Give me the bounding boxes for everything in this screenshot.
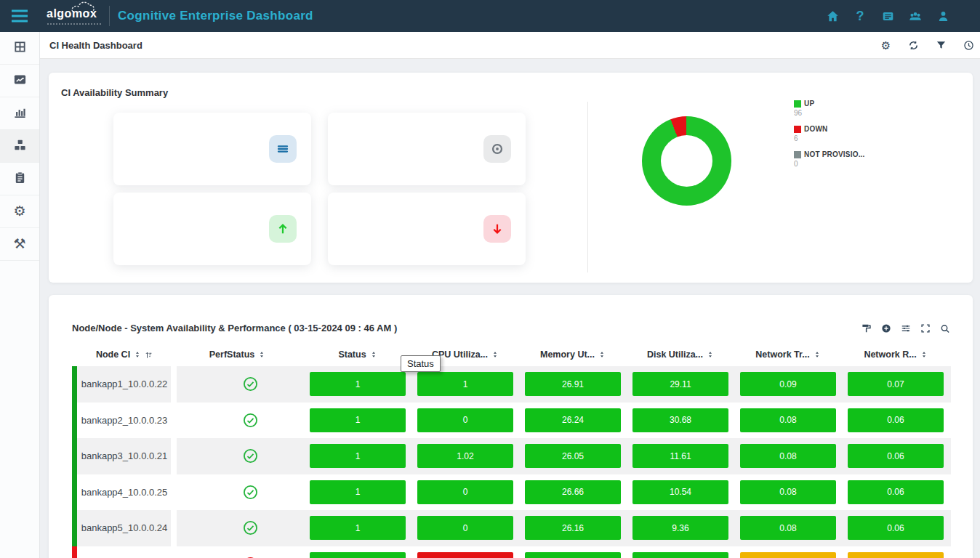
format-icon[interactable] (861, 323, 872, 333)
sort-amount-icon[interactable] (145, 351, 153, 359)
node-name: bankapp3_10.0.0.21 (81, 450, 168, 461)
table-row[interactable]: bankapp1_10.0.0.221126.9129.110.090.07 (72, 366, 951, 403)
row-status-bar (72, 403, 77, 439)
sitemap-icon (13, 138, 27, 155)
sidebar-item-3[interactable] (0, 97, 39, 130)
sort-icon[interactable] (707, 351, 714, 358)
sort-icon[interactable] (134, 351, 141, 358)
help-icon[interactable]: ? (854, 9, 867, 23)
table-row[interactable]: bankapp3_10.0.0.2111.0226.0511.610.080.0… (72, 438, 951, 474)
search-icon[interactable] (940, 323, 950, 333)
metric-cell: 1 (310, 408, 406, 432)
home-icon[interactable] (826, 9, 839, 23)
metric-cell (310, 552, 406, 558)
metric-cell (525, 552, 621, 558)
row-status-bar (72, 438, 77, 474)
arrow-down-icon[interactable] (483, 215, 511, 243)
sort-icon[interactable] (491, 351, 499, 358)
sidebar-item-1[interactable] (0, 32, 39, 65)
legend-count: 6 (794, 134, 865, 142)
metric-cell: 1 (310, 516, 406, 540)
table-row[interactable]: bankapp4_10.0.0.251026.6610.540.080.06 (72, 474, 951, 511)
column-label: Network Tr... (755, 349, 809, 360)
column-header-network-r[interactable]: Network R... (848, 349, 955, 360)
row-metrics: 1126.9129.110.090.07 (177, 366, 951, 403)
table-row[interactable] (72, 546, 951, 558)
chart-legend: UP 96 DOWN 6 NOT PROVISIO... 0 (794, 100, 865, 176)
table-body: bankapp1_10.0.0.221126.9129.110.090.07 b… (72, 366, 951, 558)
sidebar-item-4[interactable] (0, 130, 39, 163)
users-icon[interactable] (909, 9, 922, 23)
sidebar-item-6[interactable]: ⚙ (0, 195, 39, 228)
add-circle-icon[interactable] (881, 323, 891, 333)
metric-cell: 1 (417, 372, 513, 396)
column-gutter (171, 366, 177, 403)
hamburger-icon[interactable] (11, 9, 28, 25)
legend-swatch (794, 100, 801, 108)
navbar-actions: ? (826, 0, 949, 32)
legend-item-not-provisioned[interactable]: NOT PROVISIO... 0 (794, 150, 865, 168)
column-gutter (171, 438, 177, 474)
stat-card-not-provisioned[interactable] (328, 113, 526, 185)
stat-card-inactive[interactable] (328, 193, 526, 265)
column-headers: PerfStatus Status CPU Utiliza... Memory … (177, 349, 951, 360)
column-gutter (171, 510, 177, 546)
metric-cell: 9.36 (632, 516, 728, 540)
metric-cell: 30.68 (632, 408, 728, 432)
row-status-bar (72, 546, 77, 558)
target-icon[interactable] (483, 135, 511, 163)
fullscreen-icon[interactable] (920, 323, 931, 333)
column-header-network-tr[interactable]: Network Tr... (740, 349, 848, 360)
navbar-divider (109, 6, 110, 26)
column-header-node-ci[interactable]: Node CI (72, 349, 177, 360)
metric-cell: 10.54 (632, 480, 728, 504)
column-header-perfstatus[interactable]: PerfStatus (177, 349, 310, 360)
sidebar-item-7[interactable]: ⚒ (0, 228, 39, 261)
form-icon[interactable] (881, 9, 894, 23)
column-header-disk-utiliza[interactable]: Disk Utiliza... (632, 349, 740, 360)
ci-availability-summary-card: CI Availability Summary UP (49, 73, 973, 283)
table-row[interactable]: bankapp2_10.0.0.231026.2430.680.080.06 (72, 403, 951, 439)
stat-card-active[interactable] (113, 193, 311, 265)
metric-cell: 26.66 (525, 480, 621, 504)
arrow-up-icon[interactable] (269, 215, 297, 243)
metric-cell (632, 552, 728, 558)
node-ci-cell: bankapp3_10.0.0.21 (72, 438, 171, 474)
column-label: Disk Utiliza... (647, 349, 703, 360)
filter-icon[interactable] (936, 40, 947, 51)
sliders-icon[interactable] (901, 323, 911, 333)
chart-image-icon (13, 73, 27, 89)
table-title: Node/Node - System Availability & Perfor… (72, 323, 397, 333)
donut-hole (661, 135, 712, 187)
sidebar-item-5[interactable] (0, 163, 39, 195)
stat-card-total[interactable] (113, 113, 311, 185)
algomox-logo[interactable]: algomox (47, 7, 97, 20)
table-toolbar (861, 323, 950, 333)
sort-icon[interactable] (814, 351, 821, 358)
row-status-bar (72, 510, 77, 546)
refresh-icon[interactable] (908, 40, 919, 51)
table-row[interactable]: bankapp5_10.0.0.241026.169.360.080.06 (72, 510, 951, 546)
sort-icon[interactable] (258, 351, 265, 358)
sort-icon[interactable] (370, 351, 377, 358)
column-header-memory-ut[interactable]: Memory Ut... (525, 349, 632, 360)
gear-icon: ⚙ (13, 204, 25, 219)
availability-donut-chart[interactable] (642, 116, 731, 206)
node-name: bankapp5_10.0.0.24 (81, 522, 168, 533)
performance-table: Node CI PerfStatus Status CPU Utiliza...… (72, 343, 951, 558)
user-icon[interactable] (936, 9, 949, 23)
legend-item-up[interactable]: UP 96 (794, 100, 865, 117)
check-circle-icon (177, 520, 310, 535)
sort-icon[interactable] (598, 351, 606, 358)
legend-swatch (794, 126, 801, 133)
legend-item-down[interactable]: DOWN 6 (794, 125, 865, 142)
sidebar-item-2[interactable] (0, 65, 39, 97)
menu-lines-icon[interactable] (269, 135, 297, 163)
column-label: Status (338, 349, 366, 360)
sort-icon[interactable] (920, 351, 928, 358)
page-header-actions: ⚙ (880, 32, 974, 59)
page-header: CI Health Dashboard ⚙ (40, 32, 980, 59)
metric-cell: 1 (310, 372, 406, 396)
history-icon[interactable] (963, 40, 974, 51)
settings-icon[interactable]: ⚙ (880, 40, 891, 51)
